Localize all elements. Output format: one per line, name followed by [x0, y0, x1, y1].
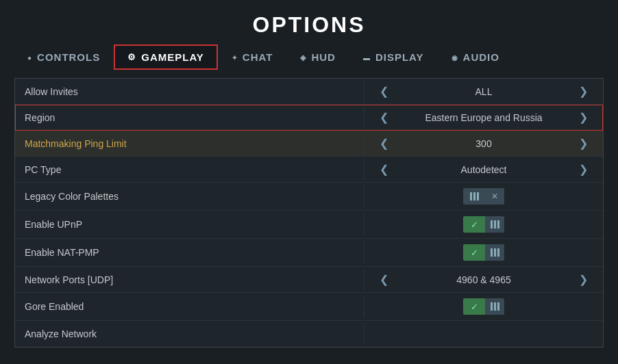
arrow-left-region[interactable]: ❮: [374, 111, 394, 124]
toggle-bars-gore-enabled: [485, 298, 504, 315]
arrow-left-pc-type[interactable]: ❮: [374, 163, 394, 176]
dot-icon: [27, 52, 32, 62]
chat-icon: [232, 52, 238, 62]
setting-label-legacy-color: Legacy Color Palettes: [15, 185, 364, 207]
value-text-matchmaking-ping: 300: [394, 138, 573, 149]
value-text-region: Eastern Europe and Russia: [394, 112, 573, 123]
arrow-right-pc-type[interactable]: ❯: [573, 163, 593, 176]
toggle-bars-enable-nat: [485, 244, 504, 261]
tab-label-hud: HUD: [311, 51, 336, 63]
toggle-check-gore-enabled: ✓: [463, 298, 485, 315]
tab-label-gameplay: GAMEPLAY: [141, 51, 204, 63]
gear-icon: [127, 52, 136, 62]
toggle-enable-nat[interactable]: ✓: [463, 244, 504, 261]
nav-tabs: CONTROLSGAMEPLAYCHATHUDDISPLAYAUDIO: [0, 44, 618, 70]
arrow-right-matchmaking-ping[interactable]: ❯: [573, 137, 593, 150]
settings-row-allow-invites: Allow Invites❮ALL❯: [15, 79, 603, 105]
settings-row-enable-nat: Enable NAT-PMP✓: [15, 239, 603, 267]
settings-row-analyze-network: Analyze Network: [15, 321, 603, 347]
settings-row-matchmaking-ping: Matchmaking Ping Limit❮300❯: [15, 131, 603, 157]
toggle-check-enable-upnp: ✓: [463, 216, 485, 233]
setting-value-gore-enabled: ✓: [364, 293, 603, 320]
setting-label-enable-upnp: Enable UPnP: [15, 213, 364, 235]
display-icon: [363, 52, 371, 62]
toggle-legacy-color[interactable]: ✕: [463, 188, 504, 205]
arrow-right-network-ports[interactable]: ❯: [573, 273, 593, 286]
tab-label-audio: AUDIO: [463, 51, 499, 63]
settings-row-enable-upnp: Enable UPnP✓: [15, 211, 603, 239]
setting-value-network-ports: ❮4960 & 4965❯: [364, 268, 603, 291]
tab-gameplay[interactable]: GAMEPLAY: [114, 44, 218, 70]
tab-display[interactable]: DISPLAY: [349, 44, 438, 70]
setting-label-analyze-network: Analyze Network: [15, 323, 364, 345]
setting-label-pc-type: PC Type: [15, 159, 364, 181]
setting-value-region: ❮Eastern Europe and Russia❯: [364, 105, 603, 129]
setting-value-enable-upnp: ✓: [364, 211, 603, 238]
audio-icon: [452, 52, 458, 62]
settings-row-legacy-color: Legacy Color Palettes✕: [15, 183, 603, 211]
arrow-right-region[interactable]: ❯: [573, 111, 593, 124]
setting-label-region: Region: [15, 107, 364, 129]
setting-label-gore-enabled: Gore Enabled: [15, 296, 364, 317]
settings-row-pc-type: PC Type❮Autodetect❯: [15, 157, 603, 183]
settings-panel: Allow Invites❮ALL❯Region❮Eastern Europe …: [14, 78, 604, 348]
setting-value-legacy-color: ✕: [364, 183, 603, 210]
arrow-left-network-ports[interactable]: ❮: [374, 273, 394, 286]
hud-icon: [300, 52, 306, 62]
arrow-left-matchmaking-ping[interactable]: ❮: [374, 137, 394, 150]
setting-value-matchmaking-ping: ❮300❯: [364, 131, 603, 155]
setting-value-analyze-network: [364, 328, 603, 339]
tab-label-controls: CONTROLS: [37, 51, 100, 63]
tab-label-chat: CHAT: [243, 51, 273, 63]
toggle-gore-enabled[interactable]: ✓: [463, 298, 504, 315]
arrow-right-allow-invites[interactable]: ❯: [573, 85, 593, 98]
tab-chat[interactable]: CHAT: [218, 44, 287, 70]
tab-hud[interactable]: HUD: [286, 44, 349, 70]
settings-row-network-ports: Network Ports [UDP]❮4960 & 4965❯: [15, 267, 603, 293]
setting-value-enable-nat: ✓: [364, 239, 603, 266]
toggle-x-legacy-color: ✕: [485, 188, 504, 205]
setting-value-allow-invites: ❮ALL❯: [364, 79, 603, 103]
setting-label-network-ports: Network Ports [UDP]: [15, 269, 364, 291]
toggle-enable-upnp[interactable]: ✓: [463, 216, 504, 233]
settings-row-gore-enabled: Gore Enabled✓: [15, 293, 603, 321]
toggle-bars-enable-upnp: [485, 216, 504, 233]
settings-row-region: Region❮Eastern Europe and Russia❯: [15, 105, 603, 131]
arrow-left-allow-invites[interactable]: ❮: [374, 85, 394, 98]
setting-value-pc-type: ❮Autodetect❯: [364, 157, 603, 181]
tab-audio[interactable]: AUDIO: [438, 44, 513, 70]
setting-label-allow-invites: Allow Invites: [15, 81, 364, 103]
value-text-pc-type: Autodetect: [394, 164, 573, 175]
toggle-off-legacy-color: [463, 188, 485, 205]
page-title: OPTIONS: [252, 12, 365, 38]
setting-label-matchmaking-ping: Matchmaking Ping Limit: [15, 133, 364, 155]
value-text-allow-invites: ALL: [394, 86, 573, 97]
tab-controls[interactable]: CONTROLS: [14, 44, 114, 70]
toggle-check-enable-nat: ✓: [463, 244, 485, 261]
value-text-network-ports: 4960 & 4965: [394, 274, 573, 285]
tab-label-display: DISPLAY: [375, 51, 424, 63]
setting-label-enable-nat: Enable NAT-PMP: [15, 242, 364, 263]
